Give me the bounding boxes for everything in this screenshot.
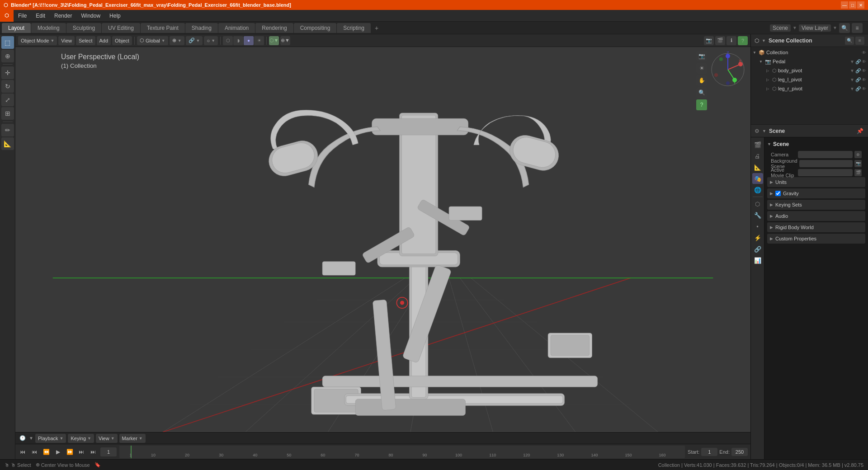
- jump-prev-keyframe-button[interactable]: ⏮: [30, 447, 39, 456]
- outliner-item-collection[interactable]: ▼ 📦 Collection 👁: [751, 48, 868, 57]
- viewport-sun-icon-btn[interactable]: ☀: [696, 63, 707, 74]
- tab-layout[interactable]: Layout: [2, 23, 31, 33]
- modifier-props-btn[interactable]: 🔧: [752, 210, 763, 221]
- shading-wireframe-btn[interactable]: ⬡: [223, 36, 233, 45]
- viewport-zoom-icon-btn[interactable]: 🔍: [696, 87, 707, 98]
- close-button[interactable]: ✕: [857, 1, 864, 9]
- output-props-btn[interactable]: 🖨: [752, 150, 763, 161]
- viewport-add-menu[interactable]: Add: [97, 36, 111, 45]
- shading-solid-btn[interactable]: ◗: [233, 36, 243, 45]
- timeline-view-menu[interactable]: View ▼: [96, 434, 118, 443]
- tab-rendering[interactable]: Rendering: [255, 23, 293, 33]
- toggle-overlays-button[interactable]: ⬡▼: [269, 36, 279, 45]
- view-layer-selector[interactable]: View Layer: [799, 24, 831, 32]
- annotate-tool[interactable]: ✏: [1, 124, 14, 136]
- world-props-btn[interactable]: 🌐: [752, 184, 763, 195]
- tab-shading[interactable]: Shading: [185, 23, 218, 33]
- outliner-item-body-pivot[interactable]: ▷ ⬡ body_pivot ▼ 🔗 👁: [751, 66, 868, 75]
- menu-render[interactable]: Render: [50, 10, 76, 21]
- current-frame-display[interactable]: 1: [100, 447, 117, 456]
- menu-file[interactable]: File: [14, 10, 31, 21]
- outliner-item-leg-r-pivot[interactable]: ▷ ⬡ leg_r_pivot ▼ 🔗 👁: [751, 84, 868, 93]
- outliner-filter-button[interactable]: ≡: [855, 37, 864, 45]
- navigation-gizmo[interactable]: X Y Z: [710, 52, 746, 88]
- viewport-camera-icon-btn[interactable]: 📷: [696, 51, 707, 61]
- render-props-btn[interactable]: 🎬: [752, 139, 763, 150]
- transform-orientation-selector[interactable]: ⬡ Global ▼: [137, 36, 168, 45]
- units-section-header[interactable]: ▶ Units: [767, 177, 865, 187]
- keying-menu[interactable]: Keying ▼: [68, 434, 94, 443]
- viewport-render-button[interactable]: 🎬: [715, 36, 725, 45]
- background-scene-value-field[interactable]: [799, 160, 853, 167]
- object-props-btn[interactable]: ⬡: [752, 198, 763, 209]
- measure-tool[interactable]: 📐: [1, 137, 14, 150]
- tab-compositing[interactable]: Compositing: [294, 23, 337, 33]
- viewport-view-menu[interactable]: View: [58, 36, 75, 45]
- 3d-viewport[interactable]: User Perspective (Local) (1) Collection …: [15, 47, 750, 432]
- scene-props-btn[interactable]: 🎭: [752, 173, 763, 184]
- tab-texture-paint[interactable]: Texture Paint: [141, 23, 185, 33]
- timeline-ruler[interactable]: 1 10 20 30 40 50 60 70 80 90 100 110 120…: [119, 446, 685, 458]
- viewport-object-menu[interactable]: Object: [112, 36, 132, 45]
- scene-selector[interactable]: Scene: [770, 24, 791, 32]
- jump-start-button[interactable]: ⏮: [18, 447, 27, 456]
- gravity-section-header[interactable]: ▶ Gravity: [767, 188, 865, 198]
- rigid-body-world-header[interactable]: ▶ Rigid Body World: [767, 222, 865, 232]
- workspace-search-button[interactable]: 🔍: [839, 23, 850, 33]
- toggle-gizmos-button[interactable]: ⊕▼: [280, 36, 290, 45]
- custom-properties-header[interactable]: ▶ Custom Properties: [767, 234, 865, 244]
- end-frame-value[interactable]: 250: [731, 448, 748, 456]
- physics-props-btn[interactable]: ⚡: [752, 232, 763, 243]
- viewport-hand-icon-btn[interactable]: ✋: [696, 75, 707, 86]
- data-props-btn[interactable]: 📊: [752, 255, 763, 266]
- mode-selector[interactable]: Object Mode ▼: [18, 36, 57, 45]
- transform-tool[interactable]: ⊞: [1, 107, 14, 120]
- proportional-edit-selector[interactable]: ○ ▼: [204, 36, 218, 45]
- outliner-search-button[interactable]: 🔍: [845, 37, 854, 45]
- view-layer-props-btn[interactable]: 📐: [752, 162, 763, 173]
- viewport-help-button[interactable]: ?: [738, 36, 748, 45]
- shading-material-btn[interactable]: ●: [244, 36, 254, 45]
- step-forward-button[interactable]: ⏩: [65, 447, 74, 456]
- particles-props-btn[interactable]: •: [752, 221, 763, 232]
- menu-help[interactable]: Help: [105, 10, 125, 21]
- camera-selector-icon[interactable]: ⊕: [854, 151, 862, 158]
- rotate-tool[interactable]: ↻: [1, 80, 14, 93]
- step-back-button[interactable]: ⏪: [42, 447, 51, 456]
- menu-window[interactable]: Window: [76, 10, 105, 21]
- move-tool[interactable]: ✛: [1, 66, 14, 79]
- constraints-props-btn[interactable]: 🔗: [752, 244, 763, 254]
- menu-edit[interactable]: Edit: [31, 10, 50, 21]
- marker-menu[interactable]: Marker ▼: [119, 434, 146, 443]
- snap-selector[interactable]: 🔗 ▼: [186, 36, 203, 45]
- audio-section-header[interactable]: ▶ Audio: [767, 211, 865, 221]
- add-workspace-button[interactable]: +: [371, 23, 382, 33]
- camera-value-field[interactable]: [798, 151, 853, 158]
- tab-uv-editing[interactable]: UV Editing: [102, 23, 140, 33]
- workspace-filter-button[interactable]: ≡: [852, 23, 863, 33]
- select-box-tool[interactable]: ⬚: [1, 36, 14, 49]
- viewport-camera-button[interactable]: 📷: [704, 36, 714, 45]
- outliner-item-leg-l-pivot[interactable]: ▷ ⬡ leg_l_pivot ▼ 🔗 👁: [751, 75, 868, 84]
- viewport-help-icon-btn[interactable]: ?: [696, 99, 707, 110]
- keying-sets-header[interactable]: ▶ Keying Sets: [767, 200, 865, 210]
- scale-tool[interactable]: ⤢: [1, 94, 14, 106]
- playback-menu[interactable]: Playback ▼: [35, 434, 66, 443]
- shading-rendered-btn[interactable]: ☀: [254, 36, 264, 45]
- movie-clip-icon[interactable]: 🎬: [854, 169, 862, 176]
- tab-sculpting[interactable]: Sculpting: [66, 23, 101, 33]
- timeline-editor-icon[interactable]: 🕐: [18, 434, 27, 443]
- tab-modeling[interactable]: Modeling: [31, 23, 66, 33]
- gravity-checkbox[interactable]: [775, 191, 781, 196]
- movie-clip-value-field[interactable]: [798, 169, 853, 176]
- pivot-center-selector[interactable]: ⊕ ▼: [170, 36, 184, 45]
- tab-animation[interactable]: Animation: [218, 23, 255, 33]
- outliner-item-pedal[interactable]: ▼ 📷 Pedal ▼ 🔗 👁: [751, 57, 868, 66]
- start-frame-value[interactable]: 1: [701, 448, 717, 456]
- cursor-tool[interactable]: ⊕: [1, 50, 14, 62]
- play-button[interactable]: ▶: [53, 447, 62, 456]
- maximize-button[interactable]: □: [849, 1, 856, 9]
- tab-scripting[interactable]: Scripting: [337, 23, 371, 33]
- minimize-button[interactable]: —: [841, 1, 848, 9]
- props-pin-button[interactable]: 📌: [855, 127, 864, 135]
